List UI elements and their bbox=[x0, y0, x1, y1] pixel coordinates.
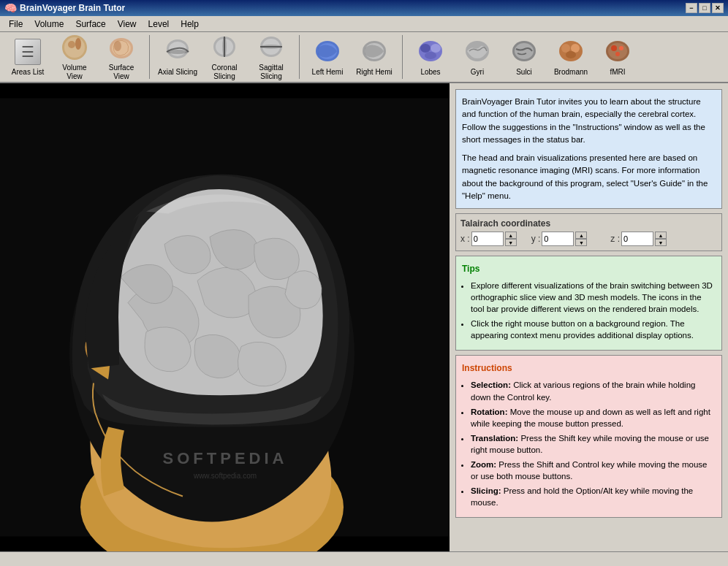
instruction-item-4: Zoom: Press the Shift and Control key wh… bbox=[471, 459, 716, 482]
left-hemi-icon bbox=[313, 37, 342, 66]
brodmann-label: Brodmann bbox=[554, 68, 588, 77]
surface-view-icon bbox=[107, 33, 136, 62]
z-up[interactable]: ▲ bbox=[655, 232, 667, 239]
toolbar-gyri[interactable]: Gyri bbox=[455, 36, 499, 78]
y-coord-group: y : 0 ▲ ▼ bbox=[531, 232, 588, 246]
toolbar-left-hemi[interactable]: Left Hemi bbox=[306, 36, 349, 78]
right-hemi-icon bbox=[360, 37, 389, 66]
minimize-button[interactable]: − bbox=[686, 3, 697, 13]
window-title: BrainVoyager Brain Tutor bbox=[20, 3, 125, 13]
areas-list-label: Areas List bbox=[12, 68, 44, 77]
brain-viewport[interactable]: SOFTPEDIA www.softpedia.com bbox=[0, 83, 450, 551]
svg-point-1 bbox=[64, 37, 85, 58]
z-spinner[interactable]: ▲ ▼ bbox=[655, 232, 667, 246]
svg-text:www.softpedia.com: www.softpedia.com bbox=[193, 472, 257, 480]
right-hemi-label: Right Hemi bbox=[356, 68, 392, 77]
talairach-label: Talairach coordinates bbox=[460, 218, 717, 229]
toolbar-lobes[interactable]: Lobes bbox=[409, 36, 452, 78]
svg-point-30 bbox=[561, 44, 570, 53]
titlebar-controls: − □ ✕ bbox=[686, 3, 724, 13]
menu-view[interactable]: View bbox=[112, 18, 143, 31]
term-translation: Translation: bbox=[471, 434, 518, 443]
svg-point-32 bbox=[566, 51, 576, 58]
toolbar-volume-view[interactable]: Volume View bbox=[53, 31, 96, 83]
areas-list-icon: ☰ bbox=[13, 37, 42, 66]
toolbar-sagittal-slicing[interactable]: Sagittal Slicing bbox=[249, 31, 293, 83]
text-zoom: Press the Shift and Control key while mo… bbox=[471, 460, 707, 481]
sulci-label: Sulci bbox=[516, 68, 532, 77]
y-label: y : bbox=[531, 234, 541, 244]
toolbar-fmri[interactable]: fMRI bbox=[596, 36, 640, 78]
menu-help[interactable]: Help bbox=[175, 18, 205, 31]
x-spinner[interactable]: ▲ ▼ bbox=[505, 232, 517, 246]
lobes-icon bbox=[416, 37, 445, 66]
instruction-item-1: Selection: Click at various regions of t… bbox=[471, 379, 716, 402]
svg-point-24 bbox=[431, 44, 441, 53]
z-down[interactable]: ▼ bbox=[655, 239, 667, 246]
tips-header: Tips bbox=[462, 262, 716, 275]
menu-volume[interactable]: Volume bbox=[29, 18, 69, 31]
toolbar: ☰ Areas List Volume View Surface View bbox=[0, 32, 728, 83]
gyri-icon bbox=[463, 37, 492, 66]
instructions-box: Instructions Selection: Click at various… bbox=[455, 355, 722, 518]
instructions-header: Instructions bbox=[462, 362, 716, 375]
fmri-icon bbox=[603, 37, 632, 66]
y-spinner[interactable]: ▲ ▼ bbox=[575, 232, 587, 246]
titlebar: 🧠 BrainVoyager Brain Tutor − □ ✕ bbox=[0, 0, 728, 16]
toolbar-separator-3 bbox=[402, 35, 403, 79]
instruction-item-2: Rotation: Move the mouse up and down as … bbox=[471, 406, 716, 429]
svg-point-6 bbox=[114, 41, 121, 51]
toolbar-axial-slicing[interactable]: Axial Slicing bbox=[156, 36, 200, 78]
statusbar bbox=[0, 551, 728, 566]
x-coord-group: x : 0 ▲ ▼ bbox=[460, 232, 517, 246]
instructions-list: Selection: Click at various regions of t… bbox=[471, 379, 716, 508]
x-label: x : bbox=[460, 234, 470, 244]
tip-item-1: Explore different visualizations of the … bbox=[471, 280, 716, 315]
toolbar-brodmann[interactable]: Brodmann bbox=[549, 36, 593, 78]
text-slicing: Press and hold the Option/Alt key while … bbox=[471, 486, 693, 507]
menu-surface[interactable]: Surface bbox=[69, 18, 111, 31]
toolbar-separator-2 bbox=[299, 35, 300, 79]
svg-point-3 bbox=[75, 38, 81, 50]
coronal-slicing-icon bbox=[210, 33, 239, 62]
main-content: SOFTPEDIA www.softpedia.com BrainVoyager… bbox=[0, 83, 728, 551]
x-input[interactable]: 0 bbox=[471, 232, 504, 246]
volume-view-label: Volume View bbox=[54, 64, 95, 81]
sulci-icon bbox=[509, 37, 539, 66]
close-button[interactable]: ✕ bbox=[712, 3, 724, 13]
svg-point-25 bbox=[425, 52, 436, 59]
toolbar-surface-view[interactable]: Surface View bbox=[99, 31, 143, 83]
coronal-slicing-label: Coronal Slicing bbox=[204, 64, 245, 81]
z-label: z : bbox=[610, 234, 620, 244]
tips-box: Tips Explore different visualizations of… bbox=[455, 256, 722, 351]
y-input[interactable]: 0 bbox=[542, 232, 574, 246]
text-rotation: Move the mouse up and down as well as le… bbox=[471, 408, 710, 428]
term-slicing: Slicing: bbox=[471, 486, 501, 495]
menu-level[interactable]: Level bbox=[143, 18, 175, 31]
menu-file[interactable]: File bbox=[3, 18, 29, 31]
axial-slicing-label: Axial Slicing bbox=[158, 68, 197, 77]
app-icon: 🧠 bbox=[4, 2, 17, 14]
svg-point-28 bbox=[515, 43, 534, 59]
fmri-label: fMRI bbox=[610, 68, 625, 77]
x-down[interactable]: ▼ bbox=[505, 239, 517, 246]
toolbar-areas-list[interactable]: ☰ Areas List bbox=[6, 36, 50, 78]
term-zoom: Zoom: bbox=[471, 460, 496, 469]
left-hemi-label: Left Hemi bbox=[312, 68, 344, 77]
y-down[interactable]: ▼ bbox=[575, 239, 587, 246]
surface-view-label: Surface View bbox=[101, 64, 142, 81]
x-up[interactable]: ▲ bbox=[505, 232, 517, 239]
tips-list: Explore different visualizations of the … bbox=[471, 280, 716, 341]
toolbar-right-hemi[interactable]: Right Hemi bbox=[352, 36, 396, 78]
maximize-button[interactable]: □ bbox=[699, 3, 710, 13]
svg-point-2 bbox=[68, 41, 75, 48]
toolbar-coronal-slicing[interactable]: Coronal Slicing bbox=[202, 31, 246, 83]
svg-point-35 bbox=[611, 45, 617, 51]
instruction-item-5: Slicing: Press and hold the Option/Alt k… bbox=[471, 485, 716, 508]
toolbar-sulci[interactable]: Sulci bbox=[502, 36, 546, 78]
titlebar-left: 🧠 BrainVoyager Brain Tutor bbox=[4, 2, 125, 14]
y-up[interactable]: ▲ bbox=[575, 232, 587, 239]
term-selection: Selection: bbox=[471, 380, 511, 389]
volume-view-icon bbox=[60, 33, 89, 62]
z-input[interactable]: 0 bbox=[621, 232, 653, 246]
